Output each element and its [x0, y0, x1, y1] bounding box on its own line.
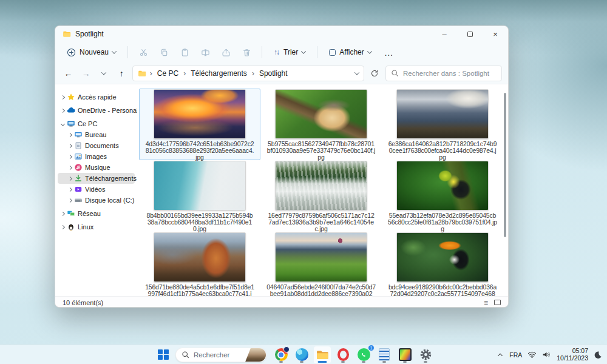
more-options-button[interactable]: …: [379, 47, 399, 58]
media-app-icon: [399, 348, 412, 361]
new-button[interactable]: Nouveau: [61, 45, 121, 60]
whatsapp-badge: 1: [368, 345, 375, 351]
taskbar-settings[interactable]: [417, 346, 434, 363]
file-item[interactable]: 6e386ca164062a812b7718209c1c74b90cee1f76…: [382, 89, 503, 160]
search-box[interactable]: [385, 66, 502, 81]
sidebar-item-reseau[interactable]: Réseau: [58, 208, 135, 219]
breadcrumb-item-telechargements[interactable]: Téléchargements: [189, 68, 248, 79]
sidebar-item-label: Réseau: [78, 210, 101, 217]
file-name: 156d71be880de4a5cb1e6dfbe7f51d8e1997f46d…: [145, 284, 254, 296]
taskbar-search[interactable]: Rechercher: [175, 348, 266, 362]
refresh-button[interactable]: [368, 66, 382, 81]
file-item[interactable]: 4d3d4c177596b742c651eb63be9072c281c056c8…: [139, 89, 260, 160]
sidebar-item-label: Documents: [85, 142, 119, 149]
explorer-body: Accès rapide OneDrive - Personal Ce PC B…: [55, 84, 508, 296]
delete-button[interactable]: [237, 44, 256, 60]
sidebar-item-telechargements[interactable]: Téléchargements: [58, 173, 135, 184]
file-name: 046407ad56ebde246f00f7da74e2c50d7bee91ab…: [266, 284, 376, 296]
do-not-disturb-moon-icon[interactable]: [594, 351, 602, 359]
breadcrumb[interactable]: › Ce PC › Téléchargements › Spotlight: [132, 66, 364, 81]
sidebar-item-documents[interactable]: Documents: [58, 140, 135, 151]
star-icon: [67, 93, 75, 101]
taskbar-notepad[interactable]: [376, 346, 393, 363]
taskbar-whatsapp[interactable]: 1: [355, 346, 372, 363]
chevron-right-icon: [68, 165, 72, 169]
file-thumbnail-red-rocks: [154, 232, 246, 282]
file-item[interactable]: 16ed77979c8759b6af506c5171ac7c127ad7ec13…: [260, 160, 382, 232]
divider: [262, 46, 262, 58]
file-item[interactable]: bdc94cee9189290b6dc00c2bebbd036a72d04d29…: [382, 232, 503, 296]
sidebar-item-videos[interactable]: Vidéos: [58, 184, 135, 195]
sidebar-item-onedrive[interactable]: OneDrive - Personal: [58, 105, 135, 116]
forward-button[interactable]: →: [79, 66, 93, 81]
taskbar-chrome[interactable]: [273, 346, 290, 363]
file-item[interactable]: 156d71be880de4a5cb1e6dfbe7f51d8e1997f46d…: [139, 232, 260, 296]
sidebar-item-acces-rapide[interactable]: Accès rapide: [58, 92, 135, 103]
chevron-right-icon: [68, 187, 72, 191]
share-button[interactable]: [217, 44, 235, 60]
file-name: 55ead73b12efa078e3d2c895e85045cb56c80cc2…: [388, 212, 497, 232]
address-dropdown-chevron-icon[interactable]: [354, 70, 359, 75]
view-button[interactable]: Afficher: [324, 45, 376, 59]
close-button[interactable]: ×: [483, 26, 508, 42]
back-button[interactable]: ←: [61, 66, 75, 81]
taskbar-media-app[interactable]: [396, 346, 413, 363]
sidebar-item-label: Accès rapide: [78, 93, 117, 101]
taskbar-file-explorer[interactable]: [314, 346, 331, 363]
video-icon: [74, 185, 83, 194]
running-indicator: [300, 361, 304, 363]
paste-button[interactable]: [175, 44, 194, 60]
chevron-right-icon: [68, 176, 72, 180]
maximize-button[interactable]: [457, 26, 483, 42]
sidebar-item-linux[interactable]: Linux: [58, 221, 135, 232]
breadcrumb-item-ce-pc[interactable]: Ce PC: [156, 68, 180, 79]
file-item[interactable]: 55ead73b12efa078e3d2c895e85045cb56c80cc2…: [382, 160, 503, 232]
copy-button[interactable]: [155, 44, 173, 60]
file-thumbnail-toucan-green: [396, 161, 489, 211]
command-bar: Nouveau ↑↓ Trier Afficher …: [55, 42, 508, 62]
details-view-button[interactable]: ≡: [484, 298, 488, 307]
windows-logo-icon: [158, 349, 169, 360]
network-icon: [67, 209, 75, 218]
clock[interactable]: 05:07 10/11/2023: [557, 348, 588, 362]
sidebar-item-disque-local[interactable]: Disque local (C:): [58, 195, 135, 206]
start-button[interactable]: [155, 346, 172, 363]
vertical-scrollbar[interactable]: [504, 93, 506, 237]
search-input[interactable]: [403, 70, 497, 77]
wifi-icon[interactable]: [527, 351, 537, 359]
breadcrumb-separator: ›: [183, 69, 186, 78]
up-button[interactable]: ↑: [115, 66, 129, 81]
file-list: 4d3d4c177596b742c651eb63be9072c281c056c8…: [137, 84, 508, 296]
sidebar-item-bureau[interactable]: Bureau: [58, 129, 135, 140]
file-name: bdc94cee9189290b6dc00c2bebbd036a72d04d29…: [388, 284, 497, 296]
taskbar-opera[interactable]: [334, 346, 351, 363]
file-thumbnail-sunset: [154, 89, 246, 139]
file-item[interactable]: 046407ad56ebde246f00f7da74e2c50d7bee91ab…: [260, 232, 382, 296]
chevron-down-icon: [101, 70, 106, 75]
cut-button[interactable]: [134, 44, 152, 60]
chevron-down-icon: [61, 121, 65, 126]
cloud-icon: [67, 106, 75, 115]
file-thumbnail-mountains: [396, 89, 489, 139]
sidebar-item-musique[interactable]: Musique: [58, 162, 135, 173]
sidebar-item-ce-pc[interactable]: Ce PC: [58, 118, 135, 129]
sidebar-item-images[interactable]: Images: [58, 151, 135, 162]
sidebar-item-label: OneDrive - Personal: [78, 107, 137, 114]
file-item[interactable]: 8b4bb00165bd39ee19933a1275b594b38a78bccb…: [139, 160, 260, 232]
document-icon: [74, 141, 83, 150]
file-item[interactable]: 5b9755cac815627349477fbb78c28701bf010930…: [260, 89, 382, 160]
language-indicator[interactable]: FRA: [509, 351, 522, 359]
minimize-button[interactable]: –: [432, 26, 457, 42]
large-icons-view-button[interactable]: [494, 300, 501, 305]
title-bar[interactable]: Spotlight – ×: [55, 26, 508, 42]
file-name: 4d3d4c177596b742c651eb63be9072c281c056c8…: [145, 141, 254, 161]
sort-button[interactable]: ↑↓ Trier: [268, 45, 311, 59]
chevron-right-icon: [61, 211, 65, 215]
volume-icon[interactable]: [542, 351, 551, 359]
file-thumbnail-valley-balloon: [275, 232, 367, 282]
rename-button[interactable]: [196, 44, 214, 60]
recent-locations-button[interactable]: [97, 66, 110, 81]
hidden-icons-chevron-icon[interactable]: [497, 351, 504, 359]
breadcrumb-item-spotlight[interactable]: Spotlight: [258, 68, 289, 79]
taskbar-edge[interactable]: [293, 346, 310, 363]
